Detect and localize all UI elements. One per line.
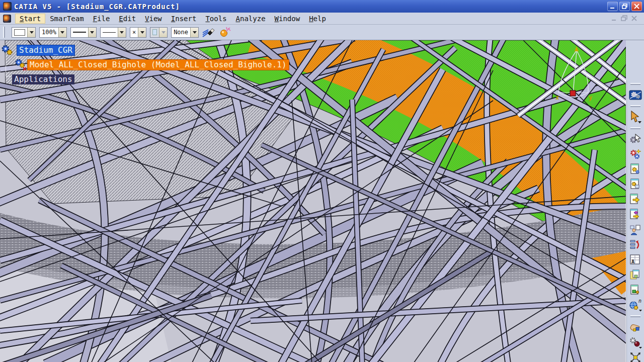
toolbar-grip[interactable] <box>630 315 640 317</box>
product-root-icon[interactable] <box>1 44 14 57</box>
layer-value: None <box>172 28 190 37</box>
paintbrush-icon <box>202 27 215 38</box>
document-app-icon <box>3 15 11 23</box>
numbering-letter: A <box>631 259 634 264</box>
toolbar-grip[interactable] <box>630 83 640 85</box>
chevron-down-icon[interactable] <box>118 28 126 37</box>
numbering-table-icon[interactable]: A <box>628 253 642 267</box>
render-style-icon <box>152 29 157 35</box>
toolbar-grip[interactable] <box>630 105 640 107</box>
compass-y-label: y <box>589 94 592 101</box>
right-toolbar: A n <box>626 80 644 362</box>
window-title: CATIA V5 - [Stadium_CGR.CATProduct] <box>14 3 180 11</box>
line-weight-glyph <box>73 32 86 33</box>
menu-file[interactable]: File <box>89 14 115 24</box>
new-part-document-icon[interactable] <box>628 162 642 176</box>
point-symbol-combo[interactable]: × <box>130 27 146 38</box>
minimize-icon <box>610 4 615 9</box>
restore-button[interactable] <box>619 2 630 11</box>
minimize-button[interactable] <box>607 2 618 11</box>
instances-superscript: n <box>638 299 641 304</box>
menu-help[interactable]: Help <box>304 14 331 24</box>
chevron-down-icon[interactable] <box>138 28 146 37</box>
close-button[interactable] <box>631 2 642 11</box>
explode-arrows-icon[interactable] <box>628 350 642 362</box>
menu-view[interactable]: View <box>140 14 167 24</box>
child-close-button[interactable] <box>631 15 638 22</box>
tree-node-model-all-closed-bighole[interactable]: Model_ALL_Closed_Bighole (Model_ALL_Clos… <box>27 59 289 70</box>
chevron-down-icon[interactable] <box>190 28 198 37</box>
document-instance-icon[interactable] <box>628 283 642 297</box>
globe-gear-icon[interactable]: n <box>628 298 642 312</box>
tree-node-applications[interactable]: Applications <box>12 74 74 84</box>
menu-analyze[interactable]: Analyze <box>231 14 270 24</box>
restore-icon <box>622 4 627 9</box>
transparency-combo[interactable]: 100% <box>39 27 67 38</box>
menu-insert[interactable]: Insert <box>167 14 201 24</box>
menu-smarteam[interactable]: SmarTeam <box>45 14 88 24</box>
chevron-down-icon[interactable] <box>58 28 66 37</box>
child-minimize-button[interactable] <box>611 15 618 22</box>
title-bar: CATIA V5 - [Stadium_CGR.CATProduct] <box>0 0 644 13</box>
stacked-documents-icon[interactable] <box>628 268 642 282</box>
chevron-down-icon <box>159 28 167 37</box>
tree-branch-line <box>6 76 11 76</box>
part-node-icon[interactable] <box>13 58 27 71</box>
color-swatch <box>14 29 25 36</box>
fill-color-combo[interactable] <box>12 27 36 38</box>
tree-reorder-icon[interactable] <box>628 238 642 252</box>
compass-base-handle[interactable] <box>570 90 576 96</box>
line-type-combo[interactable] <box>100 27 126 38</box>
tree-node-stadium-cgr[interactable]: Stadium_CGR <box>17 45 75 56</box>
manage-person-icon[interactable] <box>628 223 642 237</box>
menu-bar: Start SmarTeam File Edit View Insert Too… <box>0 13 644 25</box>
transparency-value: 100% <box>40 28 58 37</box>
graphic-properties-toolbar: 100% × None <box>0 25 644 40</box>
child-restore-button[interactable] <box>621 15 628 22</box>
menu-start[interactable]: Start <box>15 14 45 24</box>
point-symbol-value: × <box>130 28 138 37</box>
menu-tools[interactable]: Tools <box>201 14 231 24</box>
toolbar-grip[interactable] <box>630 127 640 129</box>
chevron-down-icon[interactable] <box>88 28 96 37</box>
gears-ball-icon[interactable] <box>628 335 642 349</box>
painter-button[interactable] <box>202 26 215 38</box>
rendering-style-combo <box>150 27 168 38</box>
toolbar-grip[interactable] <box>3 27 5 38</box>
insert-component-icon[interactable] <box>628 208 642 222</box>
layer-combo[interactable]: None <box>171 27 199 38</box>
hand-catalog-icon[interactable] <box>628 320 642 334</box>
compass-x-label: x <box>555 94 559 101</box>
product-workbench-icon[interactable] <box>628 88 642 102</box>
line-weight-combo[interactable] <box>70 27 97 38</box>
update-gears-icon[interactable] <box>628 147 642 161</box>
catia-app-icon <box>3 2 12 11</box>
open-document-arrow-icon[interactable] <box>628 193 642 207</box>
new-product-document-icon[interactable] <box>628 177 642 192</box>
wizard-button[interactable] <box>219 26 232 38</box>
close-icon <box>634 4 639 9</box>
select-cursor-icon[interactable] <box>628 110 642 124</box>
menu-edit[interactable]: Edit <box>114 14 140 24</box>
3d-model-viewport[interactable]: x y <box>0 40 626 362</box>
gear-cursor-icon[interactable] <box>628 132 642 146</box>
3d-viewport-area: x y Stadium_CGR Model_ALL_Closed_Bighole… <box>0 40 644 362</box>
menu-window[interactable]: Window <box>270 14 305 24</box>
magic-wand-icon <box>219 27 232 38</box>
chevron-down-icon[interactable] <box>27 28 35 37</box>
line-type-glyph <box>103 32 116 33</box>
